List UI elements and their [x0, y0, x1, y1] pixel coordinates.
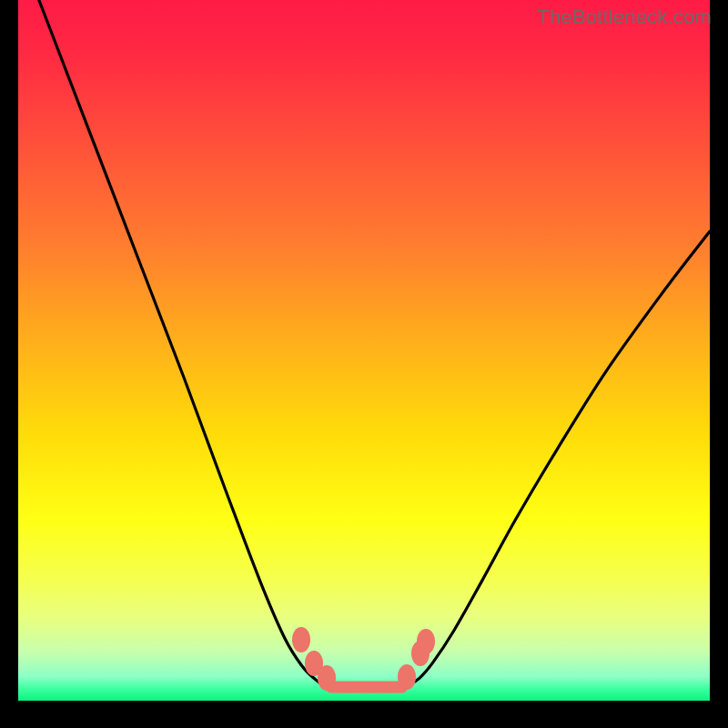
valley-plateau — [326, 681, 408, 693]
data-marker — [398, 664, 416, 690]
data-marker — [417, 629, 435, 654]
right-curve — [402, 231, 710, 686]
watermark-text: TheBottleneck.com — [537, 5, 712, 29]
bottleneck-curves — [18, 0, 710, 701]
left-curve — [39, 0, 331, 687]
chart-frame: TheBottleneck.com — [0, 0, 728, 728]
plot-area — [18, 0, 710, 701]
data-marker — [318, 665, 336, 691]
data-marker — [292, 627, 310, 652]
